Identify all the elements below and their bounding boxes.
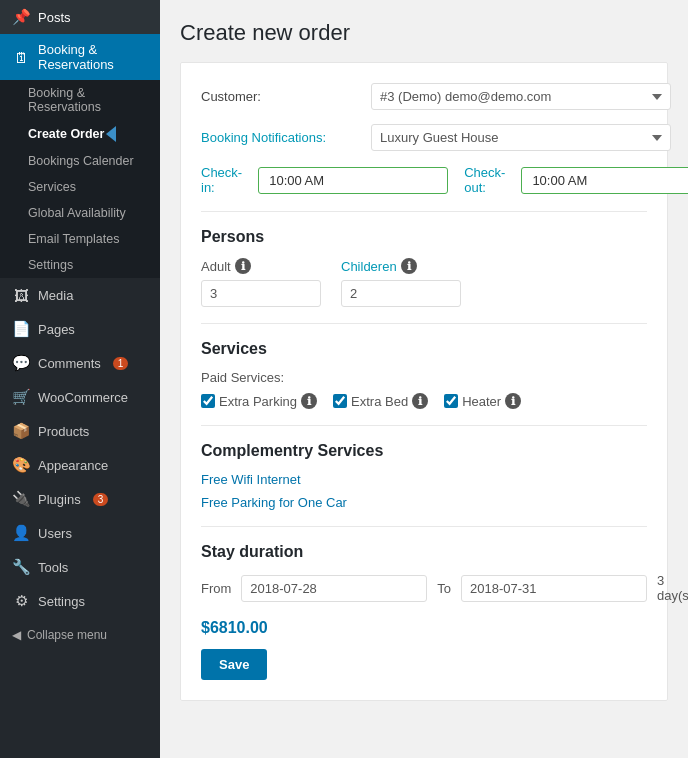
sidebar-item-appearance[interactable]: 🎨 Appearance (0, 448, 160, 482)
service3-info-icon[interactable]: ℹ (505, 393, 521, 409)
service1-label: Extra Parking (219, 394, 297, 409)
stay-duration-row: From To 3 day(s) ℹ (201, 573, 647, 603)
sidebar-item-products[interactable]: 📦 Products (0, 414, 160, 448)
booking-notifications-row: Booking Notifications: Luxury Guest Hous… (201, 124, 647, 151)
sidebar-item-booking[interactable]: 🗓 Booking & Reservations (0, 34, 160, 80)
save-button[interactable]: Save (201, 649, 267, 680)
submenu-bookings-calender[interactable]: Bookings Calender (0, 148, 160, 174)
to-date-input[interactable] (461, 575, 647, 602)
service3-label: Heater (462, 394, 501, 409)
page-title: Create new order (180, 20, 668, 46)
comp-service-1[interactable]: Free Wifi Internet (201, 472, 647, 487)
sidebar-item-tools[interactable]: 🔧 Tools (0, 550, 160, 584)
customer-select[interactable]: #3 (Demo) demo@demo.com (371, 83, 671, 110)
booking-notifications-select[interactable]: Luxury Guest House (371, 124, 671, 151)
sidebar-item-users[interactable]: 👤 Users (0, 516, 160, 550)
comments-icon: 💬 (12, 354, 30, 372)
plugins-badge: 3 (93, 493, 109, 506)
divider-1 (201, 211, 647, 212)
media-icon: 🖼 (12, 286, 30, 304)
sidebar-item-posts[interactable]: 📌 Posts (0, 0, 160, 34)
adult-label: Adult ℹ (201, 258, 321, 274)
customer-row: Customer: #3 (Demo) demo@demo.com (201, 83, 647, 110)
sidebar-booking-label: Booking & Reservations (38, 42, 148, 72)
complementary-title: Complementry Services (201, 442, 647, 460)
plugins-icon: 🔌 (12, 490, 30, 508)
services-title: Services (201, 340, 647, 358)
service2-label: Extra Bed (351, 394, 408, 409)
create-order-arrow (106, 126, 116, 142)
booking-submenu: Booking & Reservations Create Order Book… (0, 80, 160, 278)
service1-checkbox[interactable] (201, 394, 215, 408)
days-value: 3 day(s) (657, 573, 688, 603)
woocommerce-icon: 🛒 (12, 388, 30, 406)
adult-field: Adult ℹ (201, 258, 321, 307)
service3-item[interactable]: Heater ℹ (444, 393, 521, 409)
posts-icon: 📌 (12, 8, 30, 26)
booking-icon: 🗓 (12, 48, 30, 66)
service2-info-icon[interactable]: ℹ (412, 393, 428, 409)
submenu-settings[interactable]: Settings (0, 252, 160, 278)
checkin-checkout-row: Check-in: Check-out: (201, 165, 647, 195)
collapse-arrow-icon: ◀ (12, 628, 21, 642)
sidebar-item-woocommerce[interactable]: 🛒 WooCommerce (0, 380, 160, 414)
persons-title: Persons (201, 228, 647, 246)
submenu-services[interactable]: Services (0, 174, 160, 200)
checkout-label: Check-out: (464, 165, 505, 195)
collapse-menu-button[interactable]: ◀ Collapse menu (0, 618, 160, 652)
checkout-input[interactable] (521, 167, 688, 194)
service2-item[interactable]: Extra Bed ℹ (333, 393, 428, 409)
service2-checkbox[interactable] (333, 394, 347, 408)
stay-duration-title: Stay duration (201, 543, 647, 561)
submenu-booking-reservations[interactable]: Booking & Reservations (0, 80, 160, 120)
paid-services-row: Extra Parking ℹ Extra Bed ℹ Heater ℹ (201, 393, 647, 409)
from-label: From (201, 581, 231, 596)
adult-info-icon[interactable]: ℹ (235, 258, 251, 274)
sidebar-item-plugins[interactable]: 🔌 Plugins 3 (0, 482, 160, 516)
pages-icon: 📄 (12, 320, 30, 338)
create-order-card: Customer: #3 (Demo) demo@demo.com Bookin… (180, 62, 668, 701)
service1-info-icon[interactable]: ℹ (301, 393, 317, 409)
paid-services-label: Paid Services: (201, 370, 647, 385)
products-icon: 📦 (12, 422, 30, 440)
settings-main-icon: ⚙ (12, 592, 30, 610)
order-price: $6810.00 (201, 619, 647, 637)
sidebar-item-media[interactable]: 🖼 Media (0, 278, 160, 312)
children-input[interactable] (341, 280, 461, 307)
service3-checkbox[interactable] (444, 394, 458, 408)
children-field: Childeren ℹ (341, 258, 461, 307)
booking-notifications-label: Booking Notifications: (201, 130, 361, 145)
children-label: Childeren ℹ (341, 258, 461, 274)
users-icon: 👤 (12, 524, 30, 542)
appearance-icon: 🎨 (12, 456, 30, 474)
divider-3 (201, 425, 647, 426)
sidebar: 📌 Posts 🗓 Booking & Reservations Booking… (0, 0, 160, 758)
children-info-icon[interactable]: ℹ (401, 258, 417, 274)
sidebar-item-comments[interactable]: 💬 Comments 1 (0, 346, 160, 380)
sidebar-posts-label: Posts (38, 10, 71, 25)
divider-2 (201, 323, 647, 324)
checkin-input[interactable] (258, 167, 448, 194)
sidebar-item-settings-main[interactable]: ⚙ Settings (0, 584, 160, 618)
checkin-label: Check-in: (201, 165, 242, 195)
divider-4 (201, 526, 647, 527)
service1-item[interactable]: Extra Parking ℹ (201, 393, 317, 409)
adult-input[interactable] (201, 280, 321, 307)
tools-icon: 🔧 (12, 558, 30, 576)
submenu-global-availability[interactable]: Global Availability (0, 200, 160, 226)
submenu-create-order[interactable]: Create Order (0, 120, 160, 148)
to-label: To (437, 581, 451, 596)
sidebar-item-pages[interactable]: 📄 Pages (0, 312, 160, 346)
submenu-email-templates[interactable]: Email Templates (0, 226, 160, 252)
complementary-services-list: Free Wifi Internet Free Parking for One … (201, 472, 647, 510)
comments-badge: 1 (113, 357, 129, 370)
comp-service-2[interactable]: Free Parking for One Car (201, 495, 647, 510)
customer-label: Customer: (201, 89, 361, 104)
persons-grid: Adult ℹ Childeren ℹ (201, 258, 647, 307)
from-date-input[interactable] (241, 575, 427, 602)
main-content: Create new order Customer: #3 (Demo) dem… (160, 0, 688, 758)
